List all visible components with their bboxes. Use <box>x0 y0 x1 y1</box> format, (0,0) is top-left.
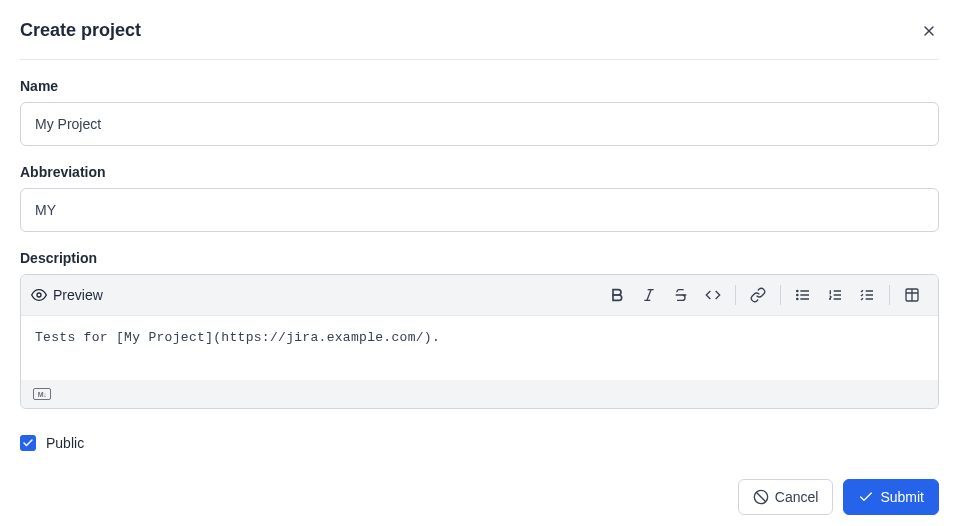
bold-button[interactable] <box>603 281 631 309</box>
markdown-icon: M↓ <box>33 388 51 400</box>
dialog-footer: Cancel Submit <box>20 479 939 515</box>
public-label: Public <box>46 435 84 451</box>
bold-icon <box>609 287 625 303</box>
link-button[interactable] <box>744 281 772 309</box>
description-field: Description Preview <box>20 250 939 409</box>
code-button[interactable] <box>699 281 727 309</box>
svg-point-10 <box>797 290 798 291</box>
abbreviation-input[interactable] <box>20 188 939 232</box>
name-input[interactable] <box>20 102 939 146</box>
abbreviation-field: Abbreviation <box>20 164 939 232</box>
abbreviation-label: Abbreviation <box>20 164 939 180</box>
description-textarea[interactable] <box>21 316 938 376</box>
checklist-button[interactable] <box>853 281 881 309</box>
submit-label: Submit <box>880 489 924 505</box>
dialog-header: Create project <box>20 20 939 60</box>
list-ul-icon <box>795 287 811 303</box>
italic-button[interactable] <box>635 281 663 309</box>
close-icon <box>921 23 937 39</box>
svg-point-2 <box>37 293 41 297</box>
list-ol-icon <box>827 287 843 303</box>
svg-line-23 <box>756 492 765 501</box>
description-label: Description <box>20 250 939 266</box>
check-icon <box>22 437 34 449</box>
link-icon <box>750 287 766 303</box>
description-editor: Preview <box>20 274 939 409</box>
strikethrough-icon <box>673 287 689 303</box>
ordered-list-button[interactable] <box>821 281 849 309</box>
preview-button[interactable]: Preview <box>31 287 103 303</box>
close-button[interactable] <box>919 21 939 41</box>
svg-line-5 <box>647 290 651 301</box>
svg-point-11 <box>797 294 798 295</box>
eye-icon <box>31 287 47 303</box>
checklist-icon <box>859 287 875 303</box>
code-icon <box>705 287 721 303</box>
cancel-icon <box>753 489 769 505</box>
public-field: Public <box>20 435 939 451</box>
dialog-title: Create project <box>20 20 141 41</box>
table-icon <box>904 287 920 303</box>
italic-icon <box>641 287 657 303</box>
name-field: Name <box>20 78 939 146</box>
table-button[interactable] <box>898 281 926 309</box>
toolbar-separator <box>735 285 736 305</box>
cancel-button[interactable]: Cancel <box>738 479 834 515</box>
public-checkbox[interactable] <box>20 435 36 451</box>
submit-button[interactable]: Submit <box>843 479 939 515</box>
name-label: Name <box>20 78 939 94</box>
editor-footer: M↓ <box>21 380 938 408</box>
unordered-list-button[interactable] <box>789 281 817 309</box>
svg-point-12 <box>797 298 798 299</box>
preview-label: Preview <box>53 287 103 303</box>
cancel-label: Cancel <box>775 489 819 505</box>
toolbar-separator <box>889 285 890 305</box>
strikethrough-button[interactable] <box>667 281 695 309</box>
editor-toolbar: Preview <box>21 275 938 316</box>
check-icon <box>858 489 874 505</box>
toolbar-separator <box>780 285 781 305</box>
